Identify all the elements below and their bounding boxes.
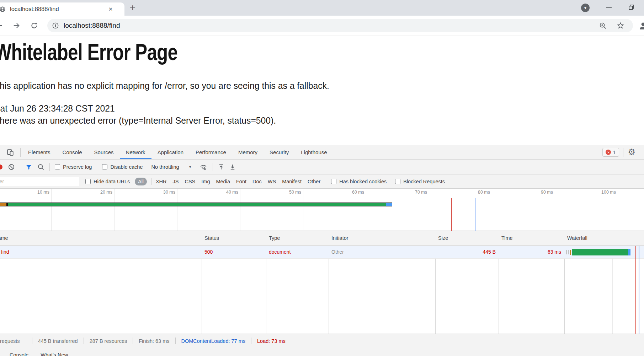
tick-label: 70 ms [390, 190, 427, 195]
page-title: Whitelabel Error Page [0, 39, 177, 65]
network-conditions-icon[interactable] [199, 163, 208, 171]
devtools-drawer: Console What's New [0, 348, 644, 356]
filter-type-img[interactable]: Img [201, 179, 210, 184]
browser-tab[interactable]: localhost:8888/find ✕ [0, 2, 124, 16]
filter-type-manifest[interactable]: Manifest [282, 179, 302, 184]
col-status[interactable]: Status [204, 235, 219, 241]
cell-name[interactable]: find [1, 246, 9, 258]
network-summary-bar: requests 445 B transferred 287 B resourc… [0, 334, 644, 348]
import-har-icon[interactable] [218, 163, 224, 171]
preserve-log-label: Preserve log [63, 164, 92, 170]
filter-type-css[interactable]: CSS [185, 179, 195, 184]
tick-label: 100 ms [579, 190, 616, 195]
error-count-badge[interactable]: ✕ 1 [602, 148, 619, 157]
overview-divider-segment [6, 203, 8, 206]
gridline [429, 189, 429, 231]
back-icon[interactable] [0, 22, 3, 31]
error-count: 1 [613, 150, 616, 155]
filter-input[interactable] [0, 177, 79, 186]
load-event-line [451, 198, 452, 231]
close-icon[interactable]: ✕ [107, 5, 115, 13]
drawer-tab-console[interactable]: Console [10, 352, 28, 356]
filter-type-all[interactable]: All [135, 178, 147, 185]
cell-size: 445 B [483, 246, 496, 258]
col-name[interactable]: Name [0, 235, 8, 241]
waterfall-download-bar [628, 249, 630, 255]
preserve-log-checkbox[interactable]: Preserve log [55, 164, 92, 170]
tab-network[interactable]: Network [120, 145, 151, 159]
tick-label: 80 ms [453, 190, 490, 195]
col-size[interactable]: Size [438, 235, 448, 241]
cell-status: 500 [204, 246, 213, 258]
waterfall-queue-bar [566, 250, 567, 254]
url-text[interactable]: localhost:8888/find [64, 19, 120, 32]
checkbox[interactable] [395, 179, 400, 184]
divider [251, 338, 251, 344]
drawer-tab-whats-new[interactable]: What's New [41, 352, 68, 356]
table-row[interactable]: find 500 document Other 445 B 63 ms [0, 246, 644, 259]
tab-performance[interactable]: Performance [190, 145, 232, 159]
settings-gear-icon[interactable]: ⚙ [628, 147, 635, 157]
col-type[interactable]: Type [269, 235, 280, 241]
gridline [555, 189, 555, 231]
tick-label: 50 ms [264, 190, 301, 195]
filter-type-ws[interactable]: WS [268, 179, 276, 184]
waterfall-load-line [635, 246, 636, 334]
cell-initiator[interactable]: Other [331, 246, 344, 258]
tick-label: 40 ms [201, 190, 238, 195]
blocked-requests-label: Blocked Requests [403, 179, 445, 184]
filter-type-other[interactable]: Other [308, 179, 320, 184]
tab-title: localhost:8888/find [10, 6, 94, 12]
info-icon[interactable] [52, 22, 59, 31]
checkbox[interactable] [331, 179, 336, 184]
tab-search-icon[interactable]: ▼ [581, 4, 590, 12]
tick-label: 20 ms [75, 190, 112, 195]
tab-memory[interactable]: Memory [232, 145, 264, 159]
error-detail: There was an unexpected error (type=Inte… [0, 114, 276, 126]
new-tab-button[interactable]: + [127, 2, 139, 14]
forward-icon[interactable] [12, 22, 20, 31]
restore-icon[interactable] [629, 5, 634, 11]
tab-console[interactable]: Console [57, 145, 88, 159]
filter-type-xhr[interactable]: XHR [156, 179, 167, 184]
network-overview[interactable]: 10 ms 20 ms 30 ms 40 ms 50 ms 60 ms 70 m… [0, 189, 644, 231]
filter-type-js[interactable]: JS [173, 179, 179, 184]
gridline [492, 189, 492, 231]
col-time[interactable]: Time [501, 235, 513, 241]
record-icon[interactable] [0, 164, 2, 169]
tab-sources[interactable]: Sources [88, 145, 120, 159]
col-waterfall[interactable]: Waterfall [567, 235, 587, 241]
tab-elements[interactable]: Elements [22, 145, 57, 159]
filter-type-media[interactable]: Media [216, 179, 230, 184]
has-blocked-cookies-checkbox[interactable]: Has blocked cookies [331, 179, 387, 184]
clear-icon[interactable] [8, 163, 15, 171]
filter-type-doc[interactable]: Doc [252, 179, 262, 184]
tab-application[interactable]: Application [151, 145, 190, 159]
disable-cache-checkbox[interactable]: Disable cache [102, 164, 143, 170]
filter-funnel-icon[interactable] [25, 163, 32, 171]
tab-security[interactable]: Security [264, 145, 295, 159]
device-toolbar-icon[interactable] [6, 149, 14, 157]
gridline [177, 189, 177, 231]
minimize-icon[interactable] [606, 7, 612, 8]
tab-lighthouse[interactable]: Lighthouse [295, 145, 333, 159]
col-initiator[interactable]: Initiator [331, 235, 348, 241]
checkbox[interactable] [102, 164, 107, 169]
reload-icon[interactable] [30, 22, 38, 31]
bookmark-star-icon[interactable] [617, 22, 624, 31]
export-har-icon[interactable] [229, 163, 236, 171]
hide-data-urls-checkbox[interactable]: Hide data URLs [85, 179, 130, 184]
summary-transferred: 445 B transferred [38, 338, 78, 344]
search-icon[interactable] [37, 163, 44, 171]
overview-download-segment [386, 203, 392, 206]
profile-avatar[interactable] [638, 21, 644, 32]
throttling-dropdown[interactable]: No throttling ▼ [151, 164, 192, 170]
checkbox[interactable] [55, 164, 60, 169]
checkbox[interactable] [85, 179, 91, 184]
summary-resources: 287 B resources [90, 338, 127, 344]
zoom-icon[interactable] [599, 22, 607, 31]
address-bar[interactable]: localhost:8888/find [47, 19, 633, 32]
blocked-requests-checkbox[interactable]: Blocked Requests [395, 179, 445, 184]
divider [20, 163, 20, 171]
filter-type-font[interactable]: Font [236, 179, 246, 184]
